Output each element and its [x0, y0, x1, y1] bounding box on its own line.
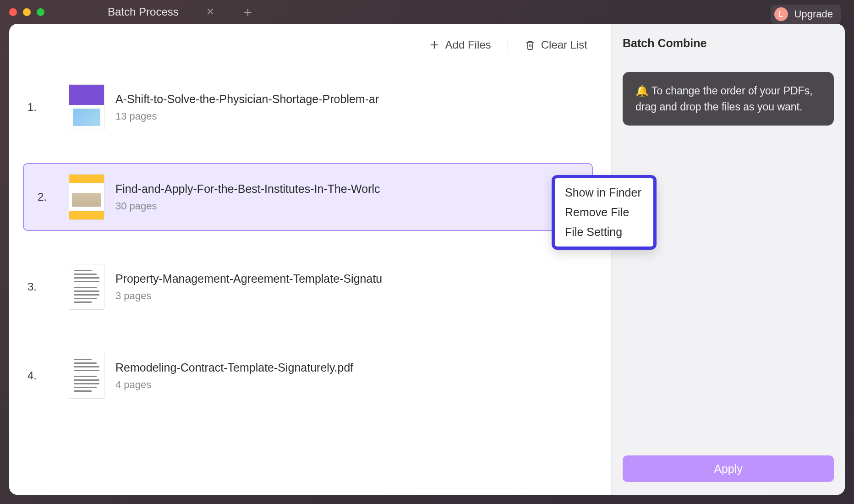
menu-remove-file[interactable]: Remove File — [565, 203, 641, 222]
file-row[interactable]: 4.Remodeling-Contract-Template-Signature… — [55, 343, 593, 409]
file-thumbnail — [69, 84, 104, 130]
file-name: Remodeling-Contract-Template-Signaturely… — [115, 361, 400, 374]
action-bar: Add Files Clear List — [9, 24, 611, 60]
file-list: 1.A-Shift-to-Solve-the-Physician-Shortag… — [9, 60, 611, 409]
minimize-window-button[interactable] — [23, 8, 31, 16]
add-files-label: Add Files — [445, 38, 491, 51]
divider — [508, 38, 508, 51]
file-thumbnail — [69, 174, 104, 220]
clear-list-button[interactable]: Clear List — [525, 38, 587, 51]
file-number: 2. — [38, 191, 47, 203]
file-info: A-Shift-to-Solve-the-Physician-Shortage-… — [115, 93, 579, 122]
plus-icon — [429, 39, 440, 50]
titlebar: Batch Process ✕ ＋ L Upgrade — [0, 0, 854, 24]
new-tab-button[interactable]: ＋ — [241, 3, 255, 22]
context-menu: Show in Finder Remove File File Setting — [552, 175, 657, 250]
file-name: Find-and-Apply-For-the-Best-Institutes-I… — [115, 182, 400, 196]
maximize-window-button[interactable] — [37, 8, 44, 16]
menu-show-in-finder[interactable]: Show in Finder — [565, 183, 641, 203]
file-thumbnail — [69, 264, 104, 310]
file-row[interactable]: 1.A-Shift-to-Solve-the-Physician-Shortag… — [55, 74, 593, 140]
file-page-count: 3 pages — [115, 290, 579, 302]
file-row[interactable]: 3.Property-Management-Agreement-Template… — [55, 254, 593, 320]
file-page-count: 30 pages — [115, 200, 541, 212]
file-name: Property-Management-Agreement-Template-S… — [115, 272, 400, 285]
file-number: 4. — [27, 369, 37, 382]
close-window-button[interactable] — [9, 8, 17, 16]
close-tab-button[interactable]: ✕ — [206, 6, 214, 18]
file-page-count: 13 pages — [115, 110, 579, 122]
upgrade-label: Upgrade — [794, 8, 833, 20]
file-info: Remodeling-Contract-Template-Signaturely… — [115, 361, 579, 391]
menu-file-setting[interactable]: File Setting — [565, 222, 641, 242]
file-page-count: 4 pages — [115, 379, 579, 391]
file-row[interactable]: 2.Find-and-Apply-For-the-Best-Institutes… — [23, 163, 593, 231]
main-panel: Add Files Clear List 1.A-Shift-to-Solve-… — [9, 24, 611, 495]
clear-list-label: Clear List — [541, 38, 587, 51]
file-thumbnail — [69, 353, 104, 399]
tip-box: 🔔 To change the order of your PDFs, drag… — [623, 72, 834, 126]
file-number: 3. — [27, 280, 37, 293]
apply-button[interactable]: Apply — [623, 455, 834, 482]
tab-title: Batch Process — [108, 5, 179, 18]
avatar: L — [774, 7, 788, 21]
file-number: 1. — [27, 101, 37, 114]
sidebar-title: Batch Combine — [623, 37, 834, 50]
add-files-button[interactable]: Add Files — [429, 38, 491, 51]
window-controls — [9, 8, 44, 16]
sidebar: Batch Combine 🔔 To change the order of y… — [611, 24, 845, 495]
app-window: Add Files Clear List 1.A-Shift-to-Solve-… — [9, 24, 845, 495]
tab-batch-process[interactable]: Batch Process ✕ — [95, 0, 227, 24]
file-name: A-Shift-to-Solve-the-Physician-Shortage-… — [115, 93, 400, 106]
file-info: Property-Management-Agreement-Template-S… — [115, 272, 579, 302]
upgrade-button[interactable]: L Upgrade — [771, 5, 841, 24]
trash-icon — [525, 39, 536, 50]
file-info: Find-and-Apply-For-the-Best-Institutes-I… — [115, 182, 541, 212]
